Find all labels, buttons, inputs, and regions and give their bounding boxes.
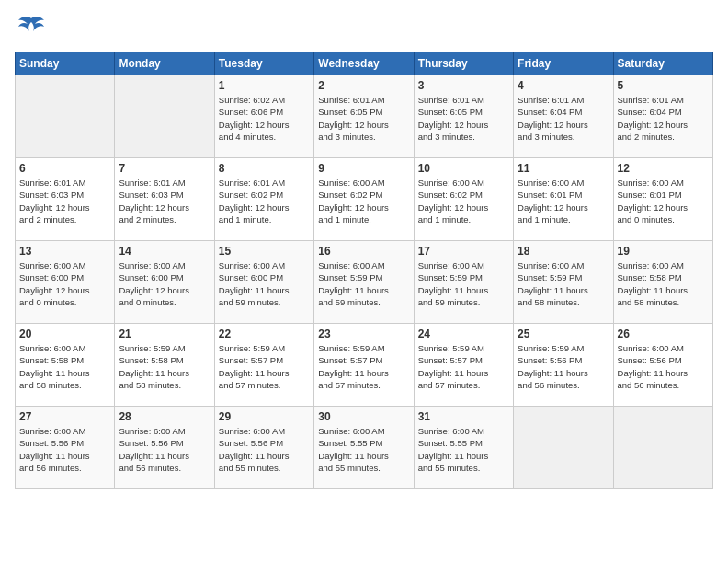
- day-number: 2: [318, 79, 409, 92]
- calendar-cell: 7Sunrise: 6:01 AM Sunset: 6:03 PM Daylig…: [115, 158, 214, 241]
- cell-content: Sunrise: 6:00 AM Sunset: 6:00 PM Dayligh…: [119, 259, 210, 308]
- day-number: 13: [19, 245, 110, 258]
- calendar-cell: 30Sunrise: 6:00 AM Sunset: 5:55 PM Dayli…: [314, 407, 414, 489]
- calendar-cell: 23Sunrise: 5:59 AM Sunset: 5:57 PM Dayli…: [314, 324, 414, 407]
- day-number: 8: [219, 162, 310, 175]
- day-number: 27: [19, 410, 110, 423]
- day-number: 7: [119, 162, 210, 175]
- calendar-cell: 6Sunrise: 6:01 AM Sunset: 6:03 PM Daylig…: [16, 158, 115, 241]
- day-number: 22: [219, 327, 310, 340]
- calendar-cell: 9Sunrise: 6:00 AM Sunset: 6:02 PM Daylig…: [314, 158, 414, 241]
- day-number: 30: [318, 410, 409, 423]
- day-number: 9: [318, 162, 409, 175]
- col-header-thursday: Thursday: [414, 52, 513, 75]
- calendar-cell: 16Sunrise: 6:00 AM Sunset: 5:59 PM Dayli…: [314, 241, 414, 324]
- calendar-cell: 31Sunrise: 6:00 AM Sunset: 5:55 PM Dayli…: [414, 407, 513, 489]
- day-number: 6: [19, 162, 110, 175]
- day-number: 1: [219, 79, 310, 92]
- calendar-cell: 5Sunrise: 6:01 AM Sunset: 6:04 PM Daylig…: [613, 75, 712, 158]
- day-number: 15: [219, 245, 310, 258]
- day-number: 28: [119, 410, 210, 423]
- calendar-cell: 28Sunrise: 6:00 AM Sunset: 5:56 PM Dayli…: [115, 407, 214, 489]
- day-number: 25: [518, 327, 609, 340]
- cell-content: Sunrise: 6:00 AM Sunset: 5:56 PM Dayligh…: [119, 425, 210, 474]
- day-number: 12: [618, 162, 709, 175]
- day-number: 21: [119, 327, 210, 340]
- day-number: 4: [518, 79, 609, 92]
- cell-content: Sunrise: 5:59 AM Sunset: 5:56 PM Dayligh…: [518, 342, 609, 391]
- cell-content: Sunrise: 5:59 AM Sunset: 5:57 PM Dayligh…: [318, 342, 409, 391]
- day-number: 18: [518, 245, 609, 258]
- day-number: 26: [618, 327, 709, 340]
- col-header-monday: Monday: [115, 52, 214, 75]
- calendar-cell: 13Sunrise: 6:00 AM Sunset: 6:00 PM Dayli…: [16, 241, 115, 324]
- day-number: 14: [119, 245, 210, 258]
- day-number: 29: [219, 410, 310, 423]
- calendar-cell: 25Sunrise: 5:59 AM Sunset: 5:56 PM Dayli…: [514, 324, 613, 407]
- cell-content: Sunrise: 6:00 AM Sunset: 6:01 PM Dayligh…: [618, 177, 709, 225]
- calendar-cell: 1Sunrise: 6:02 AM Sunset: 6:06 PM Daylig…: [214, 75, 313, 158]
- cell-content: Sunrise: 5:59 AM Sunset: 5:57 PM Dayligh…: [418, 342, 509, 391]
- cell-content: Sunrise: 6:00 AM Sunset: 5:58 PM Dayligh…: [19, 342, 110, 391]
- calendar-cell: 19Sunrise: 6:00 AM Sunset: 5:58 PM Dayli…: [613, 241, 712, 324]
- calendar-cell: 20Sunrise: 6:00 AM Sunset: 5:58 PM Dayli…: [16, 324, 115, 407]
- calendar-cell: 4Sunrise: 6:01 AM Sunset: 6:04 PM Daylig…: [514, 75, 613, 158]
- day-number: 31: [418, 410, 509, 423]
- calendar-cell: [613, 407, 712, 489]
- calendar-cell: 3Sunrise: 6:01 AM Sunset: 6:05 PM Daylig…: [414, 75, 513, 158]
- cell-content: Sunrise: 6:00 AM Sunset: 5:56 PM Dayligh…: [618, 342, 709, 391]
- cell-content: Sunrise: 6:00 AM Sunset: 5:59 PM Dayligh…: [418, 259, 509, 308]
- cell-content: Sunrise: 6:00 AM Sunset: 6:02 PM Dayligh…: [318, 177, 409, 225]
- day-number: 5: [618, 79, 709, 92]
- calendar-cell: 22Sunrise: 5:59 AM Sunset: 5:57 PM Dayli…: [214, 324, 313, 407]
- day-number: 24: [418, 327, 509, 340]
- col-header-friday: Friday: [514, 52, 613, 75]
- day-number: 16: [318, 245, 409, 258]
- calendar-cell: 21Sunrise: 5:59 AM Sunset: 5:58 PM Dayli…: [115, 324, 214, 407]
- day-number: 19: [618, 245, 709, 258]
- cell-content: Sunrise: 6:00 AM Sunset: 6:01 PM Dayligh…: [518, 177, 609, 225]
- calendar-table: SundayMondayTuesdayWednesdayThursdayFrid…: [15, 52, 713, 489]
- cell-content: Sunrise: 5:59 AM Sunset: 5:58 PM Dayligh…: [119, 342, 210, 391]
- calendar-cell: 11Sunrise: 6:00 AM Sunset: 6:01 PM Dayli…: [514, 158, 613, 241]
- cell-content: Sunrise: 6:01 AM Sunset: 6:02 PM Dayligh…: [219, 177, 310, 225]
- calendar-cell: 8Sunrise: 6:01 AM Sunset: 6:02 PM Daylig…: [214, 158, 313, 241]
- calendar-cell: 18Sunrise: 6:00 AM Sunset: 5:59 PM Dayli…: [514, 241, 613, 324]
- calendar-cell: 2Sunrise: 6:01 AM Sunset: 6:05 PM Daylig…: [314, 75, 414, 158]
- cell-content: Sunrise: 6:02 AM Sunset: 6:06 PM Dayligh…: [219, 94, 310, 143]
- calendar-cell: [115, 75, 214, 158]
- day-number: 11: [518, 162, 609, 175]
- col-header-tuesday: Tuesday: [214, 52, 313, 75]
- cell-content: Sunrise: 6:00 AM Sunset: 6:00 PM Dayligh…: [19, 259, 110, 308]
- col-header-wednesday: Wednesday: [314, 52, 414, 75]
- cell-content: Sunrise: 6:00 AM Sunset: 5:59 PM Dayligh…: [318, 259, 409, 308]
- cell-content: Sunrise: 6:00 AM Sunset: 5:56 PM Dayligh…: [219, 425, 310, 474]
- cell-content: Sunrise: 6:00 AM Sunset: 5:56 PM Dayligh…: [19, 425, 110, 474]
- day-number: 10: [418, 162, 509, 175]
- day-number: 3: [418, 79, 509, 92]
- calendar-cell: 29Sunrise: 6:00 AM Sunset: 5:56 PM Dayli…: [214, 407, 313, 489]
- calendar-cell: 15Sunrise: 6:00 AM Sunset: 6:00 PM Dayli…: [214, 241, 313, 324]
- logo: [15, 15, 51, 40]
- calendar-cell: 27Sunrise: 6:00 AM Sunset: 5:56 PM Dayli…: [16, 407, 115, 489]
- cell-content: Sunrise: 6:01 AM Sunset: 6:05 PM Dayligh…: [418, 94, 509, 143]
- calendar-cell: 12Sunrise: 6:00 AM Sunset: 6:01 PM Dayli…: [613, 158, 712, 241]
- cell-content: Sunrise: 6:01 AM Sunset: 6:03 PM Dayligh…: [19, 177, 110, 225]
- col-header-saturday: Saturday: [613, 52, 712, 75]
- cell-content: Sunrise: 6:01 AM Sunset: 6:04 PM Dayligh…: [518, 94, 609, 143]
- calendar-cell: 14Sunrise: 6:00 AM Sunset: 6:00 PM Dayli…: [115, 241, 214, 324]
- cell-content: Sunrise: 5:59 AM Sunset: 5:57 PM Dayligh…: [219, 342, 310, 391]
- day-number: 17: [418, 245, 509, 258]
- calendar-cell: 24Sunrise: 5:59 AM Sunset: 5:57 PM Dayli…: [414, 324, 513, 407]
- cell-content: Sunrise: 6:00 AM Sunset: 6:02 PM Dayligh…: [418, 177, 509, 225]
- cell-content: Sunrise: 6:00 AM Sunset: 5:55 PM Dayligh…: [318, 425, 409, 474]
- calendar-cell: 17Sunrise: 6:00 AM Sunset: 5:59 PM Dayli…: [414, 241, 513, 324]
- cell-content: Sunrise: 6:00 AM Sunset: 5:58 PM Dayligh…: [618, 259, 709, 308]
- cell-content: Sunrise: 6:01 AM Sunset: 6:03 PM Dayligh…: [119, 177, 210, 225]
- day-number: 20: [19, 327, 110, 340]
- calendar-cell: [16, 75, 115, 158]
- cell-content: Sunrise: 6:00 AM Sunset: 5:59 PM Dayligh…: [518, 259, 609, 308]
- col-header-sunday: Sunday: [16, 52, 115, 75]
- page-header: [15, 15, 713, 40]
- cell-content: Sunrise: 6:01 AM Sunset: 6:04 PM Dayligh…: [618, 94, 709, 143]
